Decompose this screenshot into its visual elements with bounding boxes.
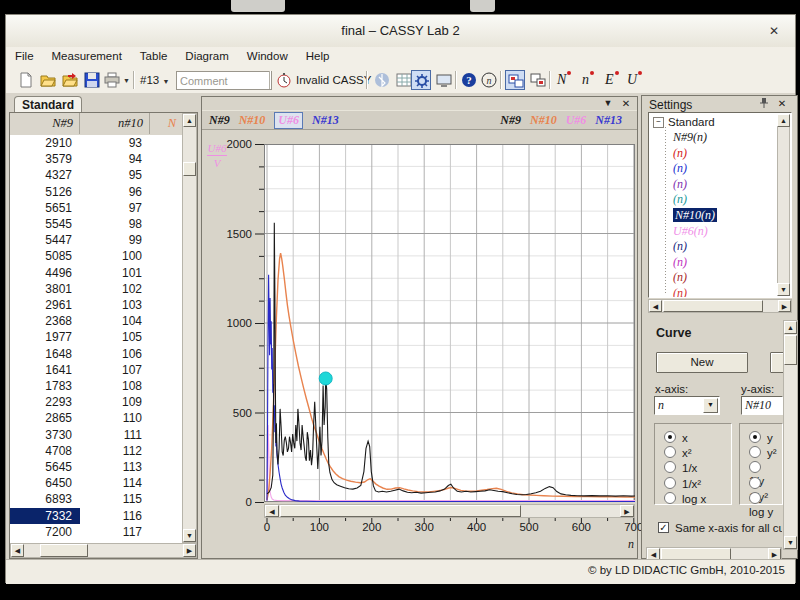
table-cell[interactable]: 108: [80, 378, 150, 394]
legend-N#9[interactable]: N#9: [500, 113, 521, 128]
scroll-right-icon[interactable]: ▶: [778, 300, 791, 312]
x-scale-option-x[interactable]: x²: [664, 446, 692, 460]
table-cell[interactable]: 2961: [10, 297, 80, 313]
table-cell[interactable]: 2865: [10, 410, 80, 426]
table-cell[interactable]: 103: [80, 297, 150, 313]
table-cell[interactable]: 4327: [10, 167, 80, 183]
close-icon[interactable]: ✕: [619, 98, 633, 109]
table-cell[interactable]: 98: [80, 216, 150, 232]
table-cell[interactable]: 5651: [10, 200, 80, 216]
quantity-E-button[interactable]: E: [605, 72, 614, 88]
tree-item-n[interactable]: (n): [673, 270, 687, 285]
table-cell[interactable]: 6450: [10, 475, 80, 491]
print-dropdown-icon[interactable]: ▼: [123, 77, 130, 84]
y-scale-option-logy[interactable]: log y: [749, 492, 782, 506]
legend-N#9[interactable]: N#9: [209, 113, 230, 128]
curve-vscrollbar[interactable]: ▲ ▼: [783, 320, 798, 550]
table-cell[interactable]: 116: [80, 508, 150, 524]
close-icon[interactable]: ✕: [765, 22, 783, 40]
scroll-left-icon[interactable]: ◀: [649, 300, 662, 312]
scroll-right-icon[interactable]: ▶: [183, 544, 196, 557]
legend-U#6[interactable]: U#6: [274, 112, 303, 129]
table-cell[interactable]: 6893: [10, 491, 80, 507]
table-cell[interactable]: 3579: [10, 151, 80, 167]
x-scale-option-1x[interactable]: 1/x²: [664, 477, 701, 491]
table-cell[interactable]: 101: [80, 265, 150, 281]
chart-marker[interactable]: [319, 372, 332, 385]
print-icon[interactable]: [102, 70, 122, 90]
window-layout-1-icon[interactable]: [505, 70, 525, 90]
table-cell[interactable]: 95: [80, 167, 150, 183]
tree-item-n[interactable]: (n): [673, 177, 687, 192]
column-header-N[interactable]: N: [150, 113, 182, 134]
table-cell[interactable]: 3801: [10, 281, 80, 297]
window-layout-2-icon[interactable]: [528, 70, 548, 90]
table-cell[interactable]: 94: [80, 151, 150, 167]
x-scale-option-1x[interactable]: 1/x: [664, 461, 697, 475]
scrollbar-thumb[interactable]: [784, 335, 797, 365]
bluetooth-icon[interactable]: [372, 70, 392, 90]
scroll-down-icon[interactable]: ▼: [784, 536, 797, 549]
table-cell[interactable]: 112: [80, 443, 150, 459]
dataset-selector[interactable]: #13 ▼: [140, 74, 169, 86]
table-cell[interactable]: 2910: [10, 135, 80, 151]
legend-N#10[interactable]: N#10: [239, 113, 266, 128]
table-cell[interactable]: 7332: [10, 508, 80, 524]
tree-item-n[interactable]: (n): [673, 146, 687, 161]
table-cell[interactable]: 5545: [10, 216, 80, 232]
menu-item-window[interactable]: Window: [238, 47, 297, 68]
scroll-right-icon[interactable]: ▶: [620, 505, 634, 517]
y-scale-option-1y[interactable]: 1/y: [749, 461, 782, 475]
column-header-N9[interactable]: N#9: [10, 113, 80, 134]
open-file-icon[interactable]: [38, 70, 58, 90]
quantity-U-button[interactable]: U: [627, 72, 637, 88]
x-scale-option-x[interactable]: x: [664, 431, 688, 445]
table-cell[interactable]: 5126: [10, 184, 80, 200]
new-file-icon[interactable]: [16, 70, 36, 90]
table-cell[interactable]: 110: [80, 410, 150, 426]
table-cell[interactable]: 4708: [10, 443, 80, 459]
table-hscrollbar[interactable]: ◀ ▶: [10, 543, 197, 558]
display-icon[interactable]: [434, 70, 454, 90]
show-quantity-icon[interactable]: n: [479, 70, 499, 90]
comment-input[interactable]: [176, 71, 272, 90]
table-cell[interactable]: 5645: [10, 459, 80, 475]
y-scale-option-y[interactable]: y: [749, 431, 773, 445]
tree-item-n[interactable]: (n): [673, 255, 687, 270]
x-axis-select[interactable]: n ▼: [654, 396, 720, 415]
y-scale-option-y[interactable]: y²: [749, 446, 777, 460]
legend-U#6[interactable]: U#6: [566, 113, 587, 128]
table-cell[interactable]: 1648: [10, 346, 80, 362]
table-cell[interactable]: 107: [80, 362, 150, 378]
legend-N#10[interactable]: N#10: [530, 113, 557, 128]
table-cell[interactable]: 99: [80, 232, 150, 248]
table-cell[interactable]: 106: [80, 346, 150, 362]
table-cell[interactable]: 3730: [10, 427, 80, 443]
new-curve-button[interactable]: New: [656, 352, 748, 373]
menu-item-table[interactable]: Table: [131, 47, 177, 68]
scrollbar-thumb[interactable]: [663, 300, 763, 312]
y-scale-option-1y[interactable]: 1/y²: [749, 477, 782, 491]
quantity-n-button[interactable]: n: [582, 72, 589, 88]
scroll-down-icon[interactable]: ▼: [777, 283, 790, 296]
chart-hscrollbar[interactable]: ◀ ▶: [264, 504, 635, 518]
table-cell[interactable]: 93: [80, 135, 150, 151]
save-file-icon[interactable]: [82, 70, 102, 90]
pin-icon[interactable]: [757, 97, 771, 110]
tree-hscrollbar[interactable]: ◀ ▶: [648, 299, 792, 313]
scroll-left-icon[interactable]: ◀: [11, 544, 24, 557]
help-icon[interactable]: ?: [459, 70, 479, 90]
tree-item-N9n[interactable]: N#9(n): [673, 130, 707, 145]
table-cell[interactable]: 1783: [10, 378, 80, 394]
table-cell[interactable]: 102: [80, 281, 150, 297]
tree-vscrollbar[interactable]: ▲ ▼: [777, 114, 790, 296]
quantity-N-button[interactable]: N: [557, 72, 566, 88]
scrollbar-thumb[interactable]: [183, 162, 196, 176]
table-cell[interactable]: 114: [80, 475, 150, 491]
settings-gear-icon[interactable]: [411, 70, 431, 90]
table-cell[interactable]: 109: [80, 394, 150, 410]
legend-N#13[interactable]: N#13: [595, 113, 622, 128]
x-scale-option-logx[interactable]: log x: [664, 492, 706, 506]
column-header-n10[interactable]: n#10: [80, 113, 150, 134]
menu-item-file[interactable]: File: [6, 47, 43, 68]
